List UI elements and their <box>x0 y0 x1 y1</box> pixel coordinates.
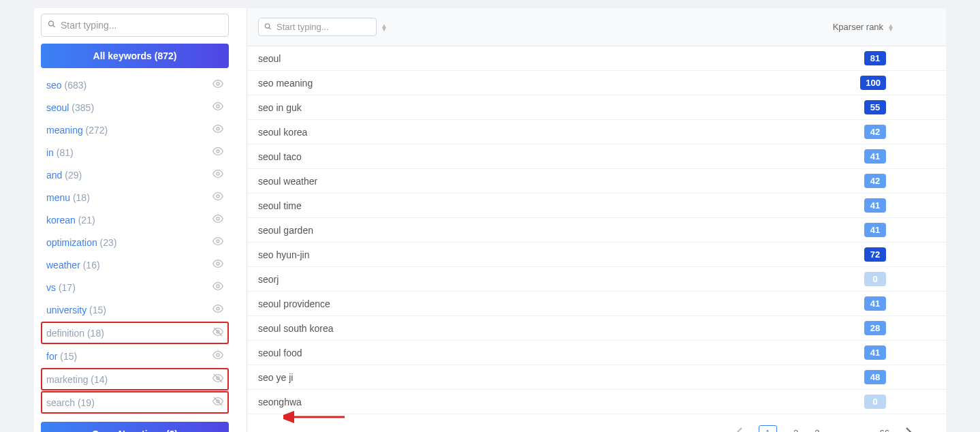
sidebar-item-search[interactable]: search (19) <box>41 391 229 414</box>
sidebar-item-for[interactable]: for (15) <box>41 345 229 367</box>
eye-icon[interactable] <box>212 168 223 181</box>
table-row[interactable]: seoul81 <box>247 46 946 71</box>
keyword-label: seo <box>46 80 62 91</box>
svg-line-1 <box>53 25 55 27</box>
rank-column-header[interactable]: Kparser rank ▲▼ <box>833 22 894 32</box>
eye-icon[interactable] <box>212 213 223 226</box>
keyword-count: (15) <box>60 351 77 362</box>
search-icon <box>264 22 272 31</box>
keyword-label: search <box>46 397 75 408</box>
page-next[interactable] <box>906 427 912 432</box>
keyword-label: vs <box>46 282 56 293</box>
keyword-cell: seo in guk <box>258 102 864 113</box>
eye-off-icon[interactable] <box>212 373 223 386</box>
sidebar-search-input[interactable] <box>41 14 229 37</box>
sidebar-item-weather[interactable]: weather (16) <box>41 253 229 276</box>
table-row[interactable]: seoul taco41 <box>247 144 946 169</box>
rank-badge: 42 <box>864 174 886 188</box>
eye-off-icon[interactable] <box>212 326 223 339</box>
eye-icon[interactable] <box>212 78 223 91</box>
table-row[interactable]: seoul weather42 <box>247 169 946 194</box>
table-row[interactable]: seo meaning100 <box>247 71 946 95</box>
page-1[interactable]: 1 <box>759 425 777 432</box>
sidebar-item-seoul[interactable]: seoul (385) <box>41 96 229 119</box>
sidebar-item-in[interactable]: in (81) <box>41 141 229 164</box>
page-2[interactable]: 2 <box>793 428 798 432</box>
keyword-cell: seoul taco <box>258 151 864 162</box>
page-last[interactable]: 66 <box>880 428 889 432</box>
sidebar-item-university[interactable]: university (15) <box>41 298 229 321</box>
keyword-cell: seoul south korea <box>258 323 864 334</box>
keyword-label: meaning <box>46 125 83 136</box>
table-row[interactable]: seorj0 <box>247 267 946 292</box>
sidebar: All keywords (872) seo (683)seoul (385)m… <box>34 8 236 432</box>
table-row[interactable]: seoul time41 <box>247 194 946 218</box>
svg-point-0 <box>49 21 54 26</box>
svg-point-12 <box>217 307 219 310</box>
sort-icon[interactable]: ▲▼ <box>381 24 388 31</box>
pagination: 1 2 3 66 <box>247 414 946 432</box>
svg-point-10 <box>217 262 219 265</box>
eye-icon[interactable] <box>212 258 223 271</box>
copy-negatives-button[interactable]: Copy Negatives (3) <box>41 422 229 432</box>
keyword-cell: seorj <box>258 274 864 285</box>
eye-icon[interactable] <box>212 236 223 249</box>
table-row[interactable]: seo hyun-jin72 <box>247 243 946 267</box>
table-row[interactable]: seoul providence41 <box>247 292 946 316</box>
all-keywords-button[interactable]: All keywords (872) <box>41 44 229 68</box>
table-row[interactable]: seoul garden41 <box>247 218 946 243</box>
sidebar-item-menu[interactable]: menu (18) <box>41 186 229 209</box>
table-row[interactable]: seoul korea42 <box>247 120 946 144</box>
keyword-count: (683) <box>64 80 86 91</box>
table-row[interactable]: seoul south korea28 <box>247 316 946 341</box>
keyword-cell: seoul food <box>258 348 864 358</box>
keyword-count: (19) <box>78 397 95 408</box>
page-prev[interactable] <box>736 427 742 432</box>
table-row[interactable]: seonghwa0 <box>247 390 946 414</box>
keyword-count: (385) <box>72 102 94 113</box>
eye-icon[interactable] <box>212 350 223 362</box>
sidebar-item-vs[interactable]: vs (17) <box>41 276 229 298</box>
rank-badge: 81 <box>864 51 886 65</box>
table-row[interactable]: seo in guk55 <box>247 95 946 120</box>
sidebar-item-seo[interactable]: seo (683) <box>41 74 229 96</box>
sidebar-item-meaning[interactable]: meaning (272) <box>41 119 229 141</box>
keyword-cell: seoul korea <box>258 127 864 138</box>
keyword-label: in <box>46 147 54 158</box>
sidebar-item-and[interactable]: and (29) <box>41 164 229 186</box>
svg-line-21 <box>269 27 271 29</box>
rank-badge: 48 <box>864 370 886 384</box>
eye-off-icon[interactable] <box>212 396 223 409</box>
eye-icon[interactable] <box>212 146 223 159</box>
rank-badge: 41 <box>864 296 886 311</box>
keyword-label: marketing <box>46 374 88 385</box>
sidebar-item-definition[interactable]: definition (18) <box>41 322 229 344</box>
keyword-label: for <box>46 351 57 362</box>
rank-badge: 41 <box>864 345 886 360</box>
svg-point-15 <box>217 354 219 356</box>
table-row[interactable]: seo ye ji48 <box>247 365 946 390</box>
eye-icon[interactable] <box>212 303 223 316</box>
app-container: All keywords (872) seo (683)seoul (385)m… <box>34 8 946 432</box>
table-search-input[interactable] <box>258 18 377 36</box>
keyword-label: optimization <box>46 237 97 248</box>
keyword-label: weather <box>46 260 80 271</box>
sidebar-item-marketing[interactable]: marketing (14) <box>41 368 229 390</box>
eye-icon[interactable] <box>212 123 223 136</box>
sidebar-item-optimization[interactable]: optimization (23) <box>41 231 229 253</box>
sort-icon[interactable]: ▲▼ <box>887 24 894 31</box>
svg-point-20 <box>265 23 269 27</box>
eye-icon[interactable] <box>212 191 223 204</box>
keyword-label: menu <box>46 192 70 203</box>
table-row[interactable]: seoul food41 <box>247 341 946 365</box>
keyword-count: (17) <box>59 282 76 293</box>
eye-icon[interactable] <box>212 281 223 294</box>
eye-icon[interactable] <box>212 101 223 114</box>
keyword-count: (15) <box>89 305 106 315</box>
svg-point-8 <box>217 217 219 220</box>
keyword-cell: seonghwa <box>258 397 864 407</box>
page-3[interactable]: 3 <box>815 428 819 432</box>
sidebar-item-korean[interactable]: korean (21) <box>41 209 229 231</box>
keyword-count: (18) <box>87 328 104 339</box>
table-header: ▲▼ Kparser rank ▲▼ <box>247 8 946 46</box>
